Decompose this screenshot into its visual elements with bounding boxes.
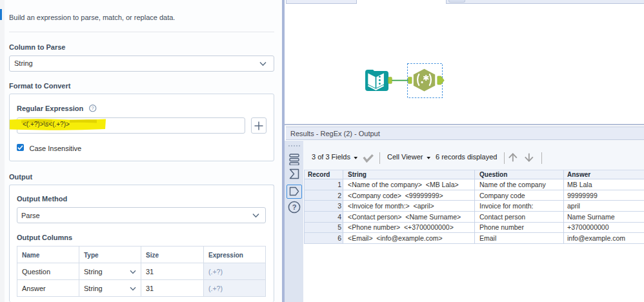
svg-text:?: ? [92,105,94,111]
svg-text:?: ? [292,203,297,211]
